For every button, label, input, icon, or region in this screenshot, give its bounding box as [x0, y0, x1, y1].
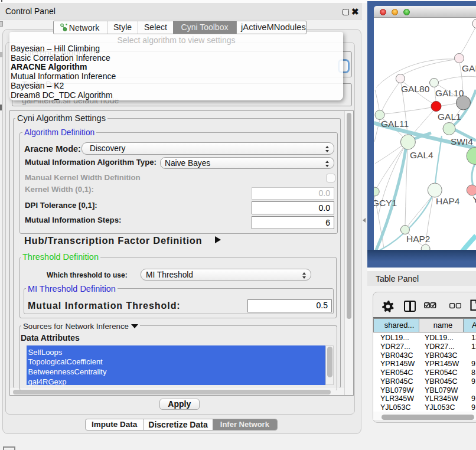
svg-text:GCY1: GCY1: [374, 198, 397, 208]
svg-text:GAL11: GAL11: [381, 119, 409, 129]
svg-text:GAL1: GAL1: [438, 112, 461, 122]
svg-text:HAP4: HAP4: [436, 196, 460, 206]
svg-text:Y: Y: [472, 194, 476, 204]
svg-text:SWI4: SWI4: [451, 136, 473, 146]
svg-text:GAL10: GAL10: [435, 88, 464, 98]
svg-text:GAL: GAL: [462, 63, 476, 73]
svg-text:GAL4: GAL4: [410, 150, 433, 160]
svg-text:HAP2: HAP2: [406, 234, 431, 244]
svg-text:GAL80: GAL80: [401, 84, 430, 94]
